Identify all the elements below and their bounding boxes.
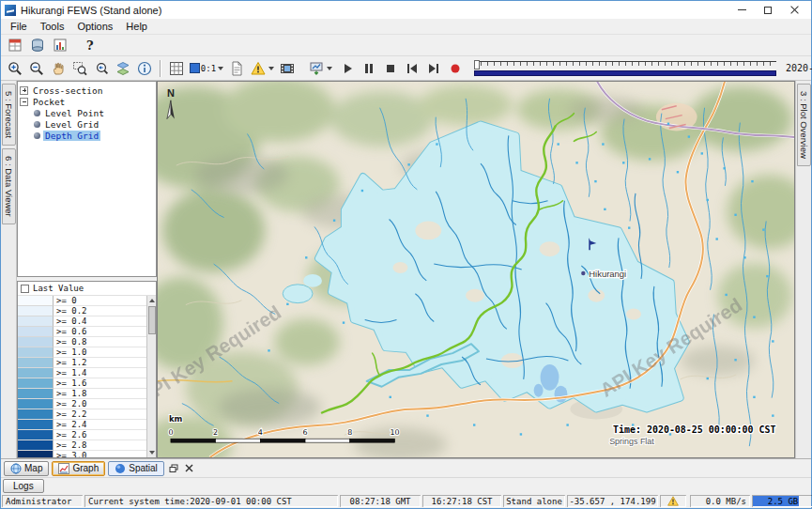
status-warning-cell[interactable] (660, 495, 686, 507)
app-icon (5, 5, 16, 16)
reports-button[interactable] (50, 36, 70, 55)
legend-swatch (18, 378, 54, 389)
skip-start-button[interactable] (402, 58, 422, 78)
legend-swatch (18, 347, 54, 358)
tab-map[interactable]: Map (4, 461, 49, 476)
legend-swatch (18, 389, 54, 399)
legend-title: Last Value (33, 284, 84, 293)
expand-icon[interactable] (20, 86, 28, 95)
legend-row: >= 1.8 (18, 389, 146, 399)
legend-label: >= 0.6 (54, 327, 146, 337)
tab-map-label: Map (24, 463, 42, 473)
legend-row: >= 2.4 (18, 420, 146, 430)
stop-button[interactable] (380, 58, 401, 78)
archive-button[interactable] (27, 36, 48, 55)
tree-node-pocket[interactable]: Pocket (20, 96, 154, 107)
database-icon (8, 38, 23, 53)
info-button[interactable] (134, 58, 155, 78)
menu-tools[interactable]: Tools (34, 20, 71, 33)
legend-scrollbar[interactable] (146, 296, 156, 457)
tree-node-cross-section[interactable]: Cross-section (20, 85, 154, 96)
animation-button[interactable] (277, 58, 298, 78)
collapse-icon[interactable] (20, 98, 28, 106)
tab-plot-overview[interactable]: 3 : Plot Overview (797, 84, 811, 166)
locality-label: Springs Flat (609, 437, 654, 446)
globe-icon (10, 463, 22, 474)
layers-button[interactable] (113, 58, 133, 78)
last-value-checkbox[interactable] (21, 285, 29, 293)
display-scale-dropdown[interactable]: 0:1 (188, 58, 225, 78)
status-gmt-time: 08:27:18 GMT (340, 495, 421, 507)
tab-graph-label: Graph (72, 463, 99, 473)
play-icon (339, 60, 356, 77)
time-slider-ruler (474, 61, 776, 69)
tree-node-level-point[interactable]: Level Point (20, 107, 154, 118)
tab-forecast[interactable]: 5 : Forecast (2, 84, 16, 146)
legend-label: >= 1.0 (54, 347, 146, 358)
time-slider[interactable] (474, 60, 776, 77)
warning-icon (250, 60, 267, 77)
database-button[interactable] (5, 36, 25, 55)
play-button[interactable] (337, 58, 358, 78)
pause-icon (360, 60, 377, 77)
status-bar: Administrator Current system time:2020-0… (1, 494, 811, 508)
scroll-up-button[interactable] (147, 296, 156, 305)
scale-tick: 0 (168, 428, 173, 437)
tab-data-viewer[interactable]: 6 : Data Viewer (2, 148, 16, 224)
skip-end-button[interactable] (423, 58, 444, 78)
record-button[interactable] (445, 58, 466, 78)
tab-graph[interactable]: Graph (52, 461, 105, 476)
grid-display-button[interactable] (166, 58, 187, 78)
dock-close-button[interactable] (183, 462, 196, 475)
tree-node-label: Cross-section (31, 85, 104, 96)
scale-unit: km (169, 414, 183, 424)
zoom-box-button[interactable] (69, 58, 90, 78)
status-memory-usage: 2.5 GB (752, 495, 812, 507)
window-title: Hikurangi FEWS (Stand alone) (21, 5, 161, 16)
info-icon (136, 60, 153, 77)
legend-swatch (18, 399, 54, 409)
tab-spatial[interactable]: Spatial (108, 461, 164, 476)
node-bullet-icon (34, 110, 40, 116)
export-dropdown[interactable] (304, 58, 336, 78)
pause-button[interactable] (359, 58, 379, 78)
menu-options[interactable]: Options (70, 20, 119, 33)
tree-node-level-grid[interactable]: Level Grid (20, 118, 154, 130)
main-area: 5 : Forecast 6 : Data Viewer Cross-secti… (1, 81, 811, 458)
time-slider-thumb[interactable] (474, 60, 480, 69)
zoom-in-button[interactable] (5, 58, 25, 78)
legend-label: >= 0 (54, 296, 146, 306)
help-button[interactable]: ? (72, 36, 95, 55)
reports-icon (53, 38, 68, 53)
legend-swatch (18, 296, 54, 306)
legend-row: >= 2.6 (18, 430, 146, 440)
scrollbar-thumb[interactable] (148, 306, 156, 334)
pan-hand-icon (50, 60, 67, 77)
scroll-down-button[interactable] (147, 448, 156, 457)
minimize-button[interactable] (728, 2, 755, 18)
menu-help[interactable]: Help (119, 20, 154, 33)
zoom-out-button[interactable] (26, 58, 47, 78)
status-local-time: 16:27:18 CST (422, 495, 501, 507)
menu-file[interactable]: File (4, 20, 34, 33)
legend-label: >= 1.2 (54, 358, 146, 368)
legend-rows: >= 0 >= 0.2 >= 0.4 >= 0.6 >= 0.8 >= 1.0 … (18, 296, 146, 457)
close-icon (185, 464, 193, 472)
maximize-button[interactable] (755, 2, 781, 18)
timeseries-dialog-button[interactable] (226, 58, 247, 78)
close-button[interactable] (781, 2, 807, 18)
map-canvas[interactable]: Hikurangi Springs Flat API Key Required … (157, 81, 795, 458)
legend-label: >= 2.6 (54, 430, 146, 440)
legend-label: >= 1.6 (54, 378, 146, 389)
tree-node-depth-grid[interactable]: Depth Grid (20, 130, 154, 141)
legend-row: >= 0.4 (18, 316, 146, 327)
logs-button[interactable]: Logs (3, 479, 44, 493)
layers-tree: Cross-section Pocket Level Point Level G… (17, 81, 157, 277)
chevron-down-icon (268, 67, 274, 70)
scale-tick: 6 (303, 428, 308, 437)
export-icon (308, 60, 325, 77)
pan-button[interactable] (48, 58, 69, 78)
zoom-previous-button[interactable] (91, 58, 112, 78)
dock-restore-button[interactable] (167, 462, 180, 475)
warnings-dropdown[interactable] (248, 58, 276, 78)
